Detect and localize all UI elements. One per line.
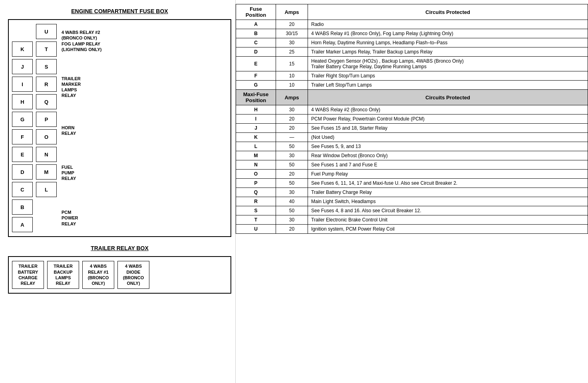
fuse-N: N bbox=[36, 147, 57, 162]
fuse-J: J bbox=[12, 59, 33, 74]
table-row: J 20 See Fuses 15 and 18, Starter Relay bbox=[236, 124, 588, 133]
trailer-relay-box: TRAILERBATTERYCHARGERELAY TRAILERBACKUPL… bbox=[8, 256, 231, 294]
table-row: R 40 Main Light Switch, Headlamps bbox=[236, 197, 588, 206]
spacer-bottom-right bbox=[36, 199, 57, 215]
maxi-fuse-header-row: Maxi-FusePosition Amps Circuits Protecte… bbox=[236, 90, 588, 105]
circuit-a: Radio bbox=[308, 20, 588, 29]
circuit-e: Heated Oxygen Sensor (HO2s) , Backup Lam… bbox=[308, 57, 588, 71]
amps-i: 20 bbox=[276, 115, 308, 124]
fuse-pos-c: C bbox=[236, 38, 276, 47]
amps-s: 50 bbox=[276, 206, 308, 215]
table-row: C 30 Horn Relay, Daytime Running Lamps, … bbox=[236, 38, 588, 47]
amps-u: 20 bbox=[276, 225, 308, 234]
fuse-pos-g: G bbox=[236, 81, 276, 90]
fuse-Q: Q bbox=[36, 94, 57, 109]
circuit-s: See Fuses 4, 8 and 16. Also see Circuit … bbox=[308, 206, 588, 215]
fuse-pos-i: I bbox=[236, 115, 276, 124]
amps-m: 30 bbox=[276, 151, 308, 160]
trailer-cell-4wabs-diode: 4 WABSDIODE(BRONCOONLY) bbox=[117, 261, 149, 289]
col-header-circuits: Circuits Protected bbox=[308, 4, 588, 20]
fuse-P: P bbox=[36, 112, 57, 127]
fuse-A: A bbox=[12, 217, 33, 232]
fuse-G: G bbox=[12, 112, 33, 127]
amps-b: 30/15 bbox=[276, 29, 308, 38]
fuse-pos-p: P bbox=[236, 179, 276, 188]
table-row: M 30 Rear Window Defrost (Bronco Only) bbox=[236, 151, 588, 160]
fuse-S: S bbox=[36, 59, 57, 74]
col-header-amps: Amps bbox=[276, 4, 308, 20]
relay-fuel-pump: FUELPUMPRELAY bbox=[62, 164, 101, 182]
fuse-K: K bbox=[12, 41, 33, 57]
amps-j: 20 bbox=[276, 124, 308, 133]
spacer-top-left bbox=[12, 24, 33, 39]
table-row: G 10 Trailer Left Stop/Turn Lamps bbox=[236, 81, 588, 90]
circuit-j: See Fuses 15 and 18, Starter Relay bbox=[308, 124, 588, 133]
fuse-M: M bbox=[36, 164, 57, 180]
table-row: N 50 See Fuses 1 and 7 and Fuse E bbox=[236, 160, 588, 170]
fuse-pos-k: K bbox=[236, 133, 276, 142]
circuit-u: Ignition system, PCM Power Relay Coil bbox=[308, 225, 588, 234]
circuit-d: Trailer Marker Lamps Relay, Trailer Back… bbox=[308, 47, 588, 57]
amps-c: 30 bbox=[276, 38, 308, 47]
engine-fuse-box: K J I H G F E D C B A U T S R bbox=[8, 19, 231, 237]
circuit-c: Horn Relay, Daytime Running Lamps, Headl… bbox=[308, 38, 588, 47]
fuse-B: B bbox=[12, 199, 33, 215]
table-row: Q 30 Trailer Battery Charge Relay bbox=[236, 188, 588, 197]
circuit-p: See Fuses 6, 11, 14, 17 and Maxi-fuse U.… bbox=[308, 179, 588, 188]
maxi-col-header-amps: Amps bbox=[276, 90, 308, 105]
left-fuse-column: K J I H G F E D C B A bbox=[12, 24, 33, 232]
circuit-f: Trailer Right Stop/Turn Lamps bbox=[308, 71, 588, 81]
fuse-H: H bbox=[12, 94, 33, 109]
circuit-h: 4 WABS Relay #2 (Bronco Only) bbox=[308, 105, 588, 115]
trailer-cell-battery-charge: TRAILERBATTERYCHARGERELAY bbox=[12, 261, 44, 289]
amps-n: 50 bbox=[276, 160, 308, 170]
relay-labels-column: 4 WABS RELAY #2(BRONCO ONLY)FOG LAMP REL… bbox=[62, 24, 101, 232]
fuse-T: T bbox=[36, 41, 57, 57]
fuse-pos-e: E bbox=[236, 57, 276, 71]
table-row: E 15 Heated Oxygen Sensor (HO2s) , Backu… bbox=[236, 57, 588, 71]
circuit-b: 4 WABS Relay #1 (Bronco Only), Fog Lamp … bbox=[308, 29, 588, 38]
amps-r: 40 bbox=[276, 197, 308, 206]
table-row: O 20 Fuel Pump Relay bbox=[236, 170, 588, 179]
right-fuse-column: U T S R Q P O N M L bbox=[36, 24, 57, 232]
amps-h: 30 bbox=[276, 105, 308, 115]
fuse-pos-s: S bbox=[236, 206, 276, 215]
table-row: I 20 PCM Power Relay, Powertrain Control… bbox=[236, 115, 588, 124]
table-row: P 50 See Fuses 6, 11, 14, 17 and Maxi-fu… bbox=[236, 179, 588, 188]
fuse-pos-h: H bbox=[236, 105, 276, 115]
amps-q: 30 bbox=[276, 188, 308, 197]
trailer-title: TRAILER RELAY BOX bbox=[8, 245, 231, 251]
amps-g: 10 bbox=[276, 81, 308, 90]
trailer-cell-4wabs-relay1: 4 WABSRELAY #1(BRONCOONLY) bbox=[82, 261, 114, 289]
table-row: H 30 4 WABS Relay #2 (Bronco Only) bbox=[236, 105, 588, 115]
table-row: K — (Not Used) bbox=[236, 133, 588, 142]
circuit-t: Trailer Electronic Brake Control Unit bbox=[308, 215, 588, 225]
fuse-pos-t: T bbox=[236, 215, 276, 225]
amps-a: 20 bbox=[276, 20, 308, 29]
fuse-pos-o: O bbox=[236, 170, 276, 179]
fuse-pos-a: A bbox=[236, 20, 276, 29]
amps-p: 50 bbox=[276, 179, 308, 188]
fuse-pos-m: M bbox=[236, 151, 276, 160]
relay-trailer-marker: TRAILERMARKERLAMPSRELAY bbox=[62, 76, 101, 99]
circuit-o: Fuel Pump Relay bbox=[308, 170, 588, 179]
amps-t: 30 bbox=[276, 215, 308, 225]
left-panel: ENGINE COMPARTMENT FUSE BOX K J I H G F … bbox=[0, 0, 236, 383]
amps-f: 10 bbox=[276, 71, 308, 81]
fuse-R: R bbox=[36, 77, 57, 92]
table-row: B 30/15 4 WABS Relay #1 (Bronco Only), F… bbox=[236, 29, 588, 38]
circuit-l: See Fuses 5, 9, and 13 bbox=[308, 142, 588, 151]
amps-e: 15 bbox=[276, 57, 308, 71]
circuit-q: Trailer Battery Charge Relay bbox=[308, 188, 588, 197]
relay-horn: HORNRELAY bbox=[62, 125, 101, 136]
fuse-pos-l: L bbox=[236, 142, 276, 151]
fuse-pos-r: R bbox=[236, 197, 276, 206]
table-row: F 10 Trailer Right Stop/Turn Lamps bbox=[236, 71, 588, 81]
fuse-D: D bbox=[12, 164, 33, 180]
right-panel: FusePosition Amps Circuits Protected A 2… bbox=[236, 0, 588, 383]
trailer-cells-row: TRAILERBATTERYCHARGERELAY TRAILERBACKUPL… bbox=[12, 261, 227, 289]
diagram-area: K J I H G F E D C B A U T S R bbox=[12, 24, 227, 232]
amps-k: — bbox=[276, 133, 308, 142]
fuse-L: L bbox=[36, 182, 57, 197]
circuit-n: See Fuses 1 and 7 and Fuse E bbox=[308, 160, 588, 170]
